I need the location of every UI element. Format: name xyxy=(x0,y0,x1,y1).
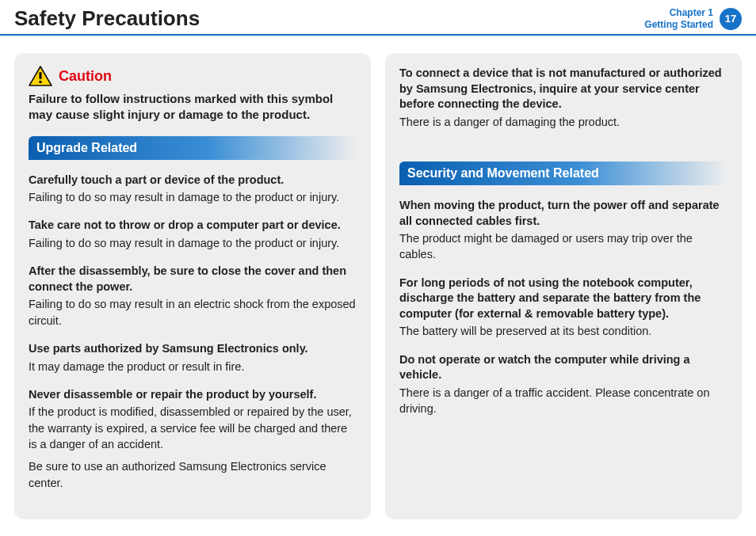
chapter-indicator: Chapter 1 Getting Started 17 xyxy=(644,7,742,30)
caution-row: Caution xyxy=(29,66,357,86)
caution-triangle-icon xyxy=(29,66,52,86)
item-body: It may damage the product or result in f… xyxy=(29,359,357,374)
item-head: When moving the product, turn the power … xyxy=(399,198,727,229)
chapter-line-2: Getting Started xyxy=(644,19,713,30)
content-area: Caution Failure to follow instructions m… xyxy=(0,36,756,519)
item-body: Failing to do so may result in damage to… xyxy=(29,189,357,205)
item-head: For long periods of not using the notebo… xyxy=(399,276,727,322)
svg-point-2 xyxy=(39,81,42,84)
security-section-banner: Security and Movement Related xyxy=(399,162,727,185)
item-body: Be sure to use an authorized Samsung Ele… xyxy=(29,458,357,491)
svg-rect-1 xyxy=(39,72,41,79)
item-head: Do not operate or watch the computer whi… xyxy=(399,352,727,383)
item-head: Use parts authorized by Samsung Electron… xyxy=(29,341,357,357)
item-head: To connect a device that is not manufact… xyxy=(399,66,727,112)
caution-body: Failure to follow instructions marked wi… xyxy=(29,91,357,124)
right-column: To connect a device that is not manufact… xyxy=(385,53,742,519)
left-column: Caution Failure to follow instructions m… xyxy=(14,53,371,519)
item-body: The product might be damaged or users ma… xyxy=(399,230,727,263)
item-head: After the disassembly, be sure to close … xyxy=(29,264,357,295)
upgrade-section-banner: Upgrade Related xyxy=(29,136,357,160)
item-body: Failing to do so may result in damage to… xyxy=(29,235,357,251)
item-body: There is a danger of a traffic accident.… xyxy=(399,385,727,417)
caution-label: Caution xyxy=(59,68,112,85)
item-head: Take care not to throw or drop a compute… xyxy=(29,218,357,234)
item-body: Failing to do so may result in an electr… xyxy=(29,296,357,329)
page-header: Safety Precautions Chapter 1 Getting Sta… xyxy=(0,0,756,36)
item-head: Never disassemble or repair the product … xyxy=(29,387,357,403)
chapter-text: Chapter 1 Getting Started xyxy=(644,7,713,30)
page-title: Safety Precautions xyxy=(14,6,200,31)
chapter-line-1: Chapter 1 xyxy=(644,7,713,18)
item-body: If the product is modified, disassembled… xyxy=(29,404,357,452)
item-head: Carefully touch a part or device of the … xyxy=(29,173,357,188)
item-body: The battery will be preserved at its bes… xyxy=(399,323,727,339)
item-body: There is a danger of damaging the produc… xyxy=(399,114,727,130)
page-number-badge: 17 xyxy=(720,8,742,30)
